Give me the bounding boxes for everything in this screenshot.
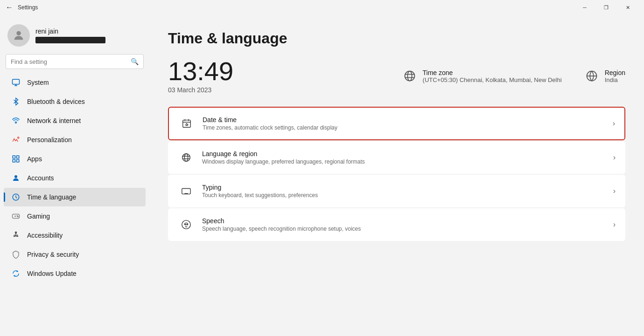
speech-desc: Speech language, speech recognition micr… [202,226,613,232]
typing-text: Typing Touch keyboard, text suggestions,… [202,184,613,199]
active-indicator [4,192,5,202]
svg-point-8 [14,175,17,178]
search-box[interactable]: 🔍 [6,54,144,69]
speech-text: Speech Speech language, speech recogniti… [202,217,613,232]
user-section: reni jain [0,15,149,54]
sidebar-item-gaming[interactable]: Gaming [4,207,146,226]
typing-chevron: › [613,187,616,195]
speech-title: Speech [202,217,613,225]
sidebar-nav: System Bluetooth & devices Network & [0,73,149,283]
accessibility-icon [11,231,21,240]
sidebar-item-apps[interactable]: Apps [4,150,146,168]
sidebar-label-bluetooth: Bluetooth & devices [27,98,85,105]
search-input[interactable] [11,58,127,65]
bluetooth-icon [11,97,21,106]
minimize-button[interactable]: ─ [574,0,595,15]
date-time-chevron: › [613,119,615,128]
speech-chevron: › [613,220,616,229]
svg-point-41 [187,224,188,225]
region-icon [584,69,599,83]
sidebar-item-privacy[interactable]: Privacy & security [4,245,146,264]
svg-rect-1 [13,79,20,84]
system-icon [11,78,21,87]
svg-point-27 [184,154,188,162]
timezone-info: Time zone (UTC+05:30) Chennai, Kolkata, … [402,69,562,83]
settings-item-date-time[interactable]: Date & time Time zones, automatic clock … [168,107,625,140]
language-desc: Windows display language, preferred lang… [202,158,613,165]
svg-point-40 [185,224,186,225]
sidebar-label-apps: Apps [27,155,42,163]
sidebar-item-network[interactable]: Network & internet [4,111,146,130]
back-icon[interactable]: ← [6,3,13,12]
svg-point-15 [407,71,412,81]
settings-item-language[interactable]: Language & region Windows display langua… [168,141,625,174]
clock-display: 13:49 [168,58,402,84]
settings-item-speech[interactable]: Speech Speech language, speech recogniti… [168,208,625,241]
sidebar-item-system[interactable]: System [4,73,146,92]
date-time-icon [178,115,195,132]
date-time-title: Date & time [203,116,613,123]
svg-point-0 [16,31,21,35]
sidebar-item-time[interactable]: Time & language [4,188,146,206]
sidebar-label-windows-update: Windows Update [27,270,77,277]
apps-icon [11,154,21,164]
sidebar-label-system: System [27,79,49,86]
language-title: Language & region [202,150,613,158]
timezone-text: Time zone (UTC+05:30) Chennai, Kolkata, … [423,69,562,83]
user-info: reni jain [35,27,105,43]
region-value: India [605,76,625,83]
svg-point-3 [18,137,19,138]
window-controls: ─ ❐ ✕ [574,0,638,15]
avatar [7,24,30,47]
app-body: reni jain 🔍 System [0,15,644,336]
titlebar: ← Settings ─ ❐ ✕ [0,0,644,15]
timezone-icon [402,69,417,83]
timezone-label: Time zone [423,69,562,76]
close-button[interactable]: ✕ [617,0,638,15]
date-display: 03 March 2023 [168,86,402,94]
privacy-icon [11,250,21,259]
svg-point-39 [182,220,190,229]
settings-item-typing[interactable]: Typing Touch keyboard, text suggestions,… [168,175,625,207]
search-icon: 🔍 [131,58,139,65]
timezone-value: (UTC+05:30) Chennai, Kolkata, Mumbai, Ne… [423,76,562,83]
gaming-icon [11,212,21,221]
speech-icon [178,216,195,233]
sidebar: reni jain 🔍 System [0,15,149,336]
typing-desc: Touch keyboard, text suggestions, prefer… [202,192,613,199]
sidebar-item-accessibility[interactable]: Accessibility [4,226,146,245]
svg-point-14 [405,71,414,81]
settings-list: Date & time Time zones, automatic clock … [168,107,625,241]
typing-icon [178,183,195,199]
page-title: Time & language [168,30,625,47]
maximize-button[interactable]: ❐ [595,0,617,15]
time-icon [11,192,21,202]
sidebar-label-privacy: Privacy & security [27,251,79,258]
svg-point-2 [15,122,17,123]
sidebar-label-network: Network & internet [27,117,81,124]
main-content: Time & language 13:49 03 March 2023 Time… [149,15,644,336]
window-title: Settings [18,4,38,11]
user-email-masked [35,37,105,43]
sidebar-label-accessibility: Accessibility [27,232,63,239]
accounts-icon [11,173,21,183]
region-label: Region [605,69,625,76]
svg-rect-7 [17,160,19,162]
svg-rect-5 [17,156,19,158]
svg-point-12 [18,216,19,217]
sidebar-item-bluetooth[interactable]: Bluetooth & devices [4,92,146,111]
svg-rect-6 [13,160,15,162]
sidebar-item-accounts[interactable]: Accounts [4,169,146,187]
time-header: 13:49 03 March 2023 Time zone (UTC+05:30… [168,58,625,94]
date-time-desc: Time zones, automatic clock settings, ca… [203,124,613,131]
time-meta: Time zone (UTC+05:30) Chennai, Kolkata, … [402,69,625,83]
sidebar-item-personalization[interactable]: Personalization [4,130,146,149]
sidebar-label-personalization: Personalization [27,136,72,144]
language-icon [178,149,195,166]
svg-point-26 [182,154,190,162]
language-chevron: › [613,153,616,162]
sidebar-item-windows-update[interactable]: Windows Update [4,264,146,283]
update-icon [11,269,21,278]
personalization-icon [11,135,21,144]
user-name: reni jain [35,27,105,35]
